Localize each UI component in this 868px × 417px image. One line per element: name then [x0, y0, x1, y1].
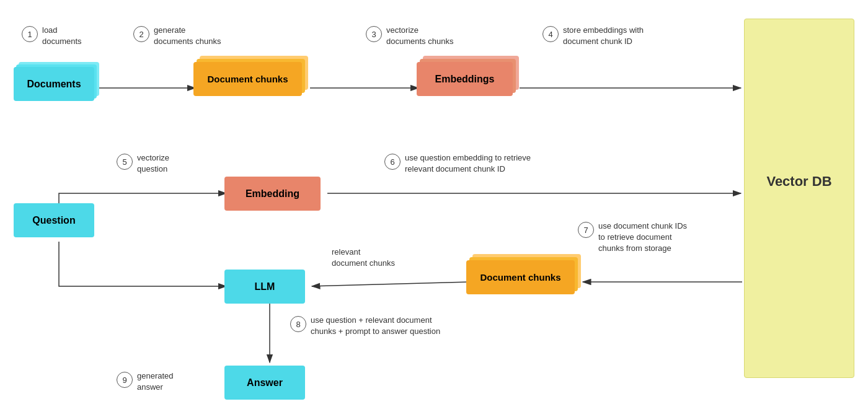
llm-box: LLM	[224, 270, 305, 304]
step-8-circle: 8	[290, 316, 306, 332]
question-label: Question	[32, 215, 75, 226]
diagram-container: Vector DB Documents Document chunks Embe…	[0, 0, 868, 417]
llm-label: LLM	[255, 281, 275, 292]
embeddings-stack: Embeddings	[417, 62, 513, 96]
embedding-box: Embedding	[224, 177, 321, 211]
step-4-circle: 4	[542, 26, 559, 42]
document-chunks2-stack: Document chunks	[466, 260, 575, 294]
document-chunks1-label: Document chunks	[207, 74, 288, 84]
step-6-label: use question embedding to retrievereleva…	[405, 152, 531, 175]
step-9-circle: 9	[117, 372, 133, 388]
step-6-circle: 6	[384, 154, 401, 170]
step-5-circle: 5	[117, 154, 133, 170]
documents-label: Documents	[27, 79, 81, 90]
vector-db-area	[744, 19, 854, 378]
document-chunks1-stack: Document chunks	[193, 62, 302, 96]
step-2-label: generatedocuments chunks	[154, 25, 221, 47]
step-7-circle: 7	[578, 222, 594, 238]
step-5-label: vectorizequestion	[137, 152, 169, 175]
embeddings-label: Embeddings	[435, 74, 494, 85]
answer-box: Answer	[224, 366, 305, 400]
step-1-circle: 1	[22, 26, 38, 42]
relevant-doc-chunks-label: relevantdocument chunks	[332, 247, 395, 269]
step-3-label: vectorizedocuments chunks	[386, 25, 453, 47]
step-8-label: use question + relevant documentchunks +…	[311, 315, 440, 337]
vector-db-label: Vector DB	[744, 173, 854, 190]
step-9-label: generatedanswer	[137, 371, 174, 393]
step-1-label: loaddocuments	[42, 25, 82, 47]
question-box: Question	[14, 203, 94, 237]
document-chunks2-label: Document chunks	[480, 272, 560, 283]
documents-stack: Documents	[14, 67, 94, 101]
svg-line-6	[312, 282, 469, 286]
step-2-circle: 2	[133, 26, 149, 42]
step-7-label: use document chunk IDsto retrieve docume…	[598, 221, 687, 255]
answer-label: Answer	[247, 377, 283, 388]
step-4-label: store embeddings withdocument chunk ID	[563, 25, 644, 47]
step-3-circle: 3	[366, 26, 382, 42]
embedding-label: Embedding	[246, 188, 299, 200]
